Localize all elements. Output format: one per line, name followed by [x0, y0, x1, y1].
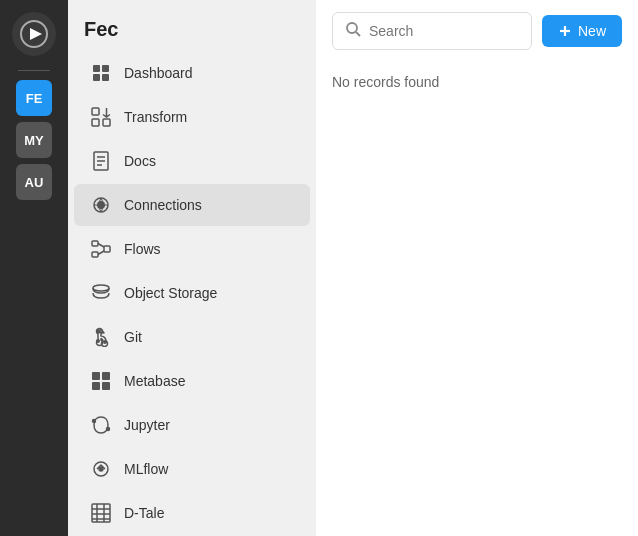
divider — [18, 70, 50, 71]
metabase-icon — [90, 370, 112, 392]
svg-rect-16 — [92, 241, 98, 246]
avatar-au[interactable]: AU — [16, 164, 52, 200]
svg-rect-26 — [102, 372, 110, 380]
svg-point-41 — [347, 23, 357, 33]
app-logo[interactable] — [12, 12, 56, 56]
svg-rect-18 — [104, 246, 110, 252]
docs-icon — [90, 150, 112, 172]
sidebar-item-label: Jupyter — [124, 417, 170, 433]
svg-line-19 — [98, 244, 104, 248]
sidebar-item-docs[interactable]: Docs — [74, 140, 310, 182]
sidebar-item-flows[interactable]: Flows — [74, 228, 310, 270]
flows-icon — [90, 238, 112, 260]
svg-rect-25 — [92, 372, 100, 380]
svg-rect-7 — [103, 119, 110, 126]
new-button-label: New — [578, 23, 606, 39]
sidebar-item-label: Connections — [124, 197, 202, 213]
sidebar-item-mlflow[interactable]: MLflow — [74, 448, 310, 490]
sidebar-item-label: Metabase — [124, 373, 185, 389]
main-content: New No records found — [316, 0, 638, 536]
svg-marker-1 — [30, 28, 42, 40]
sidebar-title: Fec — [68, 0, 316, 51]
sidebar-item-label: Object Storage — [124, 285, 217, 301]
svg-rect-17 — [92, 252, 98, 257]
sidebar-item-git[interactable]: Git — [74, 316, 310, 358]
sidebar-item-jupyter[interactable]: Jupyter — [74, 404, 310, 446]
avatar-my[interactable]: MY — [16, 122, 52, 158]
sidebar-item-label: Dashboard — [124, 65, 193, 81]
plus-icon — [558, 24, 572, 38]
search-icon — [345, 21, 361, 41]
icon-bar: FE MY AU — [0, 0, 68, 536]
svg-line-20 — [98, 251, 104, 255]
sidebar-item-transform[interactable]: Transform — [74, 96, 310, 138]
no-records-text: No records found — [332, 74, 622, 90]
d-tale-icon — [90, 502, 112, 524]
transform-icon — [90, 106, 112, 128]
search-box[interactable] — [332, 12, 532, 50]
sidebar-item-metabase[interactable]: Metabase — [74, 360, 310, 402]
sidebar-item-label: D-Tale — [124, 505, 164, 521]
object-storage-icon — [90, 282, 112, 304]
svg-point-30 — [107, 428, 110, 431]
svg-point-21 — [93, 285, 109, 291]
svg-point-32 — [99, 467, 103, 471]
sidebar-item-label: MLflow — [124, 461, 168, 477]
svg-rect-28 — [102, 382, 110, 390]
jupyter-icon — [90, 414, 112, 436]
sidebar: Fec Dashboard Transform — [68, 0, 316, 536]
git-icon — [90, 326, 112, 348]
svg-rect-6 — [92, 108, 99, 115]
sidebar-item-label: Git — [124, 329, 142, 345]
svg-point-24 — [103, 340, 107, 344]
sidebar-item-dashboard[interactable]: Dashboard — [74, 52, 310, 94]
sidebar-item-label: Docs — [124, 153, 156, 169]
svg-line-42 — [356, 32, 360, 36]
svg-point-23 — [96, 339, 100, 343]
avatar-fe[interactable]: FE — [16, 80, 52, 116]
svg-rect-27 — [92, 382, 100, 390]
svg-rect-8 — [92, 119, 99, 126]
sidebar-item-object-storage[interactable]: Object Storage — [74, 272, 310, 314]
svg-rect-3 — [102, 65, 109, 72]
svg-point-22 — [96, 329, 100, 333]
sidebar-item-label: Flows — [124, 241, 161, 257]
svg-point-29 — [93, 420, 96, 423]
dashboard-icon — [90, 62, 112, 84]
svg-rect-2 — [93, 65, 100, 72]
search-input[interactable] — [369, 23, 519, 39]
new-button[interactable]: New — [542, 15, 622, 47]
svg-rect-5 — [102, 74, 109, 81]
sidebar-item-connections[interactable]: Connections — [74, 184, 310, 226]
connections-icon — [90, 194, 112, 216]
mlflow-icon — [90, 458, 112, 480]
svg-rect-4 — [93, 74, 100, 81]
sidebar-item-d-tale[interactable]: D-Tale — [74, 492, 310, 534]
toolbar: New — [332, 12, 622, 50]
sidebar-item-label: Transform — [124, 109, 187, 125]
